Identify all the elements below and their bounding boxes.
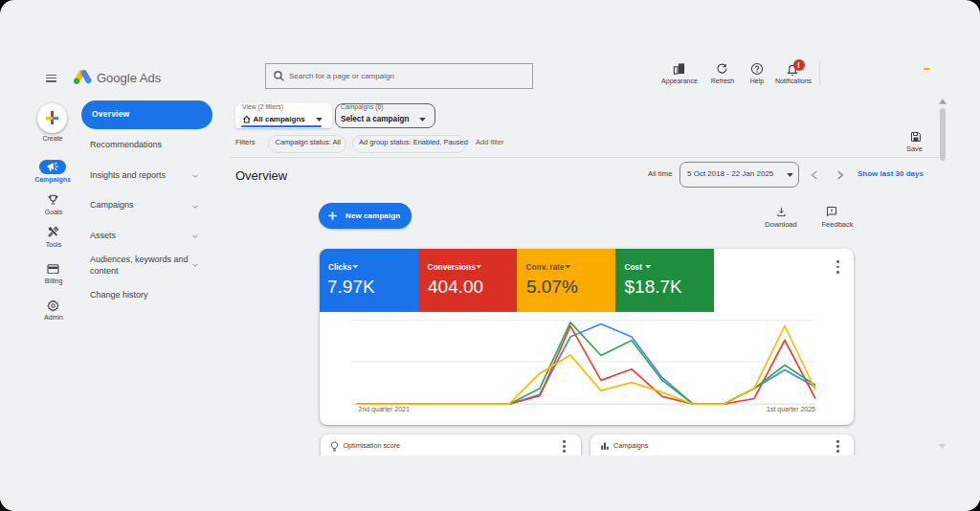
svg-text:2nd quarter 2021: 2nd quarter 2021 [359,406,410,413]
svg-text:1st quarter 2025: 1st quarter 2025 [767,406,815,413]
